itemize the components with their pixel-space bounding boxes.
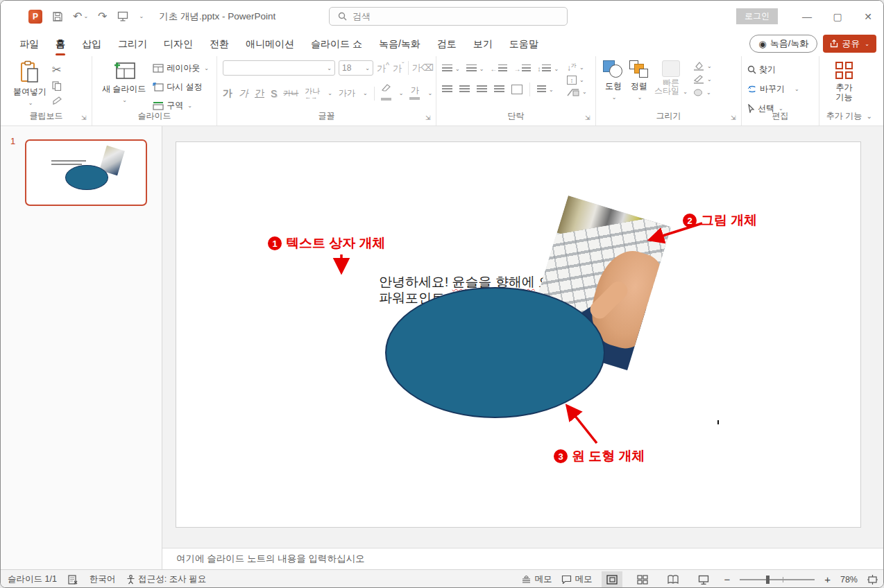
find-button[interactable]: 찾기 [747,62,819,77]
slide-indicator[interactable]: 슬라이드 1/1 [8,573,57,585]
zoom-out-button[interactable]: − [724,573,730,585]
numbering-button[interactable]: ⌄ [466,64,484,73]
zoom-slider-handle[interactable] [766,576,770,584]
zoom-level[interactable]: 78% [840,575,858,585]
spellcheck-icon[interactable] [68,575,78,585]
tab-transitions[interactable]: 전환 [201,33,237,55]
collapse-ribbon-button[interactable]: ⌄ [867,112,872,120]
reading-view-button[interactable] [663,571,683,588]
text-direction-button[interactable]: ↓가⌄ [567,62,587,73]
font-color-button[interactable]: 가 [409,87,420,101]
grow-font-button[interactable]: 가^ [377,61,389,75]
tab-file[interactable]: 파일 [11,33,47,55]
search-icon [338,12,347,21]
align-text-button[interactable]: ↕⌄ [567,76,587,85]
search-input[interactable]: 검색 [329,7,568,26]
align-left-button[interactable] [442,85,452,94]
layout-icon [153,64,164,73]
notes-pane[interactable]: 여기에 슬라이드 노트의 내용을 입력하십시오 [162,548,883,569]
copy-icon[interactable] [52,81,62,91]
slideshow-view-button[interactable] [693,571,714,588]
addins-button[interactable]: 추가 기능 [819,62,869,101]
columns-button[interactable]: ⌄ [537,85,554,94]
group-drawing: 도형 ⌄ 정렬 ⌄ 빠른 스타일 ⌄ ⌄ ⌄ [595,56,741,126]
align-right-button[interactable] [477,85,487,94]
font-name-select[interactable]: ⌄ [223,60,335,76]
save-icon[interactable] [52,11,63,22]
tab-design[interactable]: 디자인 [155,33,201,55]
comments-toggle-button[interactable]: 메모 [561,573,592,585]
close-button[interactable]: ✕ [853,3,883,31]
cut-icon[interactable]: ✂ [52,63,62,76]
statusbar: 슬라이드 1/1 한국어 접근성: 조사 필요 메모 메모 [1,569,883,588]
share-button[interactable]: 공유⌄ [823,35,876,53]
bullets-button[interactable]: ⌄ [442,64,460,73]
dialog-launcher-icon[interactable]: ⇲ [425,114,432,121]
dialog-launcher-icon[interactable]: ⇲ [81,114,88,121]
powerpoint-app-icon[interactable]: P [28,10,42,24]
character-spacing-button[interactable]: 가나←→ [305,86,320,101]
replace-button[interactable]: 바꾸기 ⌄ [747,81,819,96]
shape-effects-button[interactable]: ⌄ [693,88,712,97]
redo-button[interactable]: ↷ [98,11,107,22]
language-indicator[interactable]: 한국어 [90,573,116,585]
tab-help[interactable]: 도움말 [501,33,547,55]
zoom-in-button[interactable]: + [824,573,831,585]
tab-home[interactable]: 홈 [47,33,74,55]
dialog-launcher-icon[interactable]: ⇲ [585,114,592,121]
start-slideshow-icon[interactable] [117,11,128,21]
record-button[interactable]: ◉녹음/녹화 [749,35,817,53]
shape-fill-button[interactable]: ⌄ [693,62,712,71]
align-center-button[interactable] [459,85,470,94]
notes-toggle-button[interactable]: 메모 [521,573,552,585]
slide[interactable]: 안녕하세요! 윤슬을 향해에 오신걸 환영합 파워포인트 강좌의 텍 [176,141,861,528]
reset-button[interactable]: 다시 설정 [153,79,209,94]
bold-button[interactable]: 가 [223,87,232,100]
accessibility-status[interactable]: 접근성: 조사 필요 [126,573,206,585]
tab-review[interactable]: 검토 [429,33,465,55]
highlight-color-button[interactable] [381,84,391,103]
format-painter-icon[interactable] [52,96,62,105]
decrease-indent-button[interactable]: ← [490,64,507,73]
tab-view[interactable]: 보기 [465,33,501,55]
login-button[interactable]: 로그인 [736,8,778,24]
undo-button[interactable]: ↶⌄ [73,11,88,22]
minimize-button[interactable]: — [792,3,822,31]
tab-insert[interactable]: 삽입 [74,33,110,55]
tab-draw[interactable]: 그리기 [110,33,155,55]
text-shadow-button[interactable]: S [271,88,277,99]
fit-slide-button[interactable] [867,575,878,585]
customize-quick-access-button[interactable]: ⌄ [139,14,144,19]
annotation-picture: 2 그림 개체 [683,211,757,230]
distribute-button[interactable] [511,85,522,94]
convert-to-smartart-button[interactable]: ⌄ [567,87,587,96]
normal-view-button[interactable] [602,571,622,588]
italic-button[interactable]: 가 [239,87,248,100]
shape-outline-button[interactable]: ⌄ [693,75,712,84]
slide-sorter-view-button[interactable] [632,571,653,588]
increase-indent-button[interactable]: → [513,64,531,73]
underline-button[interactable]: 간 [255,87,264,100]
zoom-slider[interactable] [740,575,815,585]
slide-thumbnail[interactable] [25,139,147,206]
strikethrough-button[interactable]: 가나 [283,88,298,98]
tab-animations[interactable]: 애니메이션 [237,33,303,55]
outline-icon [693,75,704,84]
shrink-font-button[interactable]: 가ˇ [393,61,405,75]
font-size-select[interactable]: 18⌄ [339,60,373,76]
justify-button[interactable] [494,85,504,94]
layout-button[interactable]: 레이아웃⌄ [153,60,209,76]
workspace: 1 안녕하세요! 윤슬을 향해에 오신걸 환영합 파워포인트 강좌의 텍 [1,126,883,569]
tab-slideshow[interactable]: 슬라이드 쇼 [303,33,371,55]
circle-shape-object[interactable] [385,287,605,418]
thumbnail-panel: 1 [1,126,162,569]
ribbon-tabs: 파일 홈 삽입 그리기 디자인 전환 애니메이션 슬라이드 쇼 녹음/녹화 검토… [1,33,547,55]
change-case-button[interactable]: 가가 [339,87,355,99]
dialog-launcher-icon[interactable]: ⇲ [731,114,738,121]
line-spacing-button[interactable]: ↕⌄ [537,64,559,73]
group-font: ⌄ 18⌄ 가^ 가ˇ 가⌫ 가 가 간 S 가나 가나←→⌄ 가가⌄ ⌄ [216,56,436,126]
share-icon [830,40,838,48]
tab-record[interactable]: 녹음/녹화 [371,33,429,55]
maximize-button[interactable]: ▢ [822,3,853,31]
clear-formatting-button[interactable]: 가⌫ [412,62,434,74]
